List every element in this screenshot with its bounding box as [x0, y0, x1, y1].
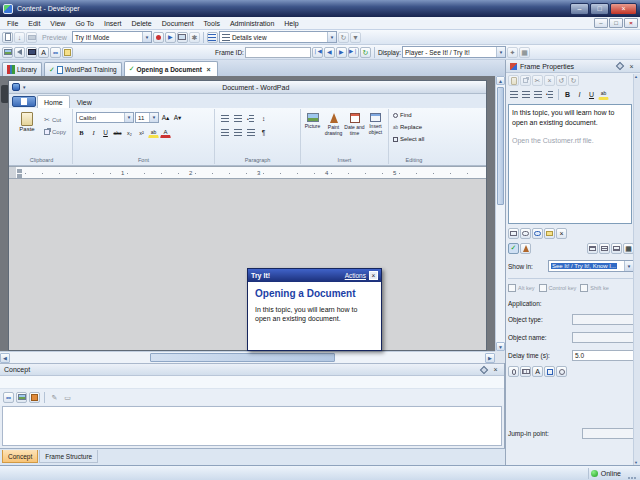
align-center-icon[interactable]: [232, 127, 243, 138]
indent-marker-top[interactable]: [17, 169, 22, 173]
bold-icon[interactable]: B: [76, 127, 87, 138]
select-all-button[interactable]: Select all: [393, 136, 424, 142]
italic-icon[interactable]: I: [88, 127, 99, 138]
control-key-checkbox[interactable]: [539, 284, 547, 292]
bullet-list-icon[interactable]: •: [245, 113, 256, 124]
tab-library[interactable]: Library: [2, 62, 42, 76]
align-center-icon[interactable]: [520, 89, 531, 100]
text-position-middle-icon[interactable]: [599, 243, 610, 254]
ribbon-tab-home[interactable]: Home: [37, 95, 70, 108]
display-dropdown[interactable]: Player - See It! / Try It! ▼: [402, 46, 506, 58]
cut-button[interactable]: ✂Cut: [44, 116, 61, 124]
menu-file[interactable]: File: [2, 20, 23, 27]
bubble-style-icon[interactable]: [520, 243, 531, 254]
find-button[interactable]: Find: [393, 112, 412, 118]
menu-delete[interactable]: Delete: [126, 20, 156, 27]
scroll-right-icon[interactable]: ▶: [485, 353, 495, 363]
close-tab-icon[interactable]: ×: [204, 65, 213, 74]
text-position-top-icon[interactable]: [587, 243, 598, 254]
copy-button[interactable]: Copy: [44, 129, 66, 135]
menu-edit[interactable]: Edit: [23, 20, 45, 27]
highlight-icon[interactable]: ab: [598, 89, 609, 100]
tab-frame-structure[interactable]: Frame Structure: [39, 450, 98, 463]
maximize-button[interactable]: □: [590, 3, 609, 15]
object-name-field[interactable]: [572, 332, 634, 343]
align-right-icon[interactable]: [532, 89, 543, 100]
close-panel-icon[interactable]: ×: [491, 365, 500, 374]
date-and-time-button[interactable]: Date and time: [344, 113, 365, 136]
highlight-color-icon[interactable]: ab: [148, 127, 159, 138]
shift-key-checkbox[interactable]: [580, 284, 588, 292]
note-icon[interactable]: [62, 47, 73, 58]
grid-icon[interactable]: ▦: [519, 47, 530, 58]
scroll-up-icon[interactable]: ▲: [634, 74, 638, 79]
tab-wordpad-training[interactable]: ✓ WordPad Training: [44, 62, 122, 76]
font-color-icon[interactable]: A: [160, 127, 171, 138]
no-callout-icon[interactable]: ×: [556, 228, 567, 239]
menu-document[interactable]: Document: [157, 20, 199, 27]
audio-icon[interactable]: [14, 47, 25, 58]
jump-in-point-field[interactable]: [582, 428, 634, 439]
horizontal-scrollbar[interactable]: ◀ ▶: [0, 351, 495, 363]
resize-grip[interactable]: [634, 477, 636, 479]
bold-icon[interactable]: B: [562, 89, 573, 100]
panel-scrollbar[interactable]: ▲ ▼: [633, 74, 640, 465]
delay-time-field[interactable]: 5.0: [572, 350, 634, 361]
ribbon-tab-view[interactable]: View: [71, 96, 98, 108]
pin-icon[interactable]: [616, 62, 624, 70]
filter-icon[interactable]: ▼: [350, 32, 361, 43]
minimize-button[interactable]: –: [570, 3, 589, 15]
replace-button[interactable]: abReplace: [393, 124, 422, 130]
keyboard-icon[interactable]: [520, 366, 531, 377]
child-restore-button[interactable]: □: [609, 18, 623, 28]
go-to-frame-icon[interactable]: ↻: [360, 47, 371, 58]
paint-drawing-button[interactable]: Paint drawing: [323, 113, 344, 136]
horizontal-scroll-thumb[interactable]: [150, 353, 335, 362]
child-close-button[interactable]: ×: [624, 18, 638, 28]
redo-icon[interactable]: ↻: [568, 75, 579, 86]
text-block-icon[interactable]: A: [38, 47, 49, 58]
strikethrough-icon[interactable]: abc: [112, 127, 123, 138]
list-view-icon[interactable]: [207, 32, 218, 43]
concept-editor[interactable]: [2, 406, 502, 446]
show-in-dropdown[interactable]: See It! / Try It!, Know I... ▼: [548, 260, 634, 272]
player-settings-icon[interactable]: ✦: [507, 47, 518, 58]
indent-marker-bottom[interactable]: [17, 174, 22, 178]
screen-capture-icon[interactable]: [177, 32, 188, 43]
paste-button[interactable]: Paste: [14, 112, 40, 132]
decrease-indent-icon[interactable]: [219, 113, 230, 124]
align-left-icon[interactable]: [219, 127, 230, 138]
align-right-icon[interactable]: [245, 127, 256, 138]
bubble-text-editor[interactable]: In this topic, you will learn how to ope…: [508, 104, 632, 224]
subscript-icon[interactable]: x₂: [124, 127, 135, 138]
bubble-enabled-icon[interactable]: ✓: [508, 243, 519, 254]
paragraph-mark-icon[interactable]: ¶: [258, 127, 269, 138]
menu-view[interactable]: View: [45, 20, 70, 27]
refresh-icon[interactable]: ↻: [338, 32, 349, 43]
bullet-list-icon[interactable]: •: [544, 89, 555, 100]
menu-insert[interactable]: Insert: [99, 20, 127, 27]
next-frame-icon[interactable]: ▶: [336, 47, 347, 58]
edit-pencil-icon[interactable]: ✎: [49, 392, 60, 403]
insert-picture-button[interactable]: Picture: [302, 113, 323, 130]
view-dropdown[interactable]: Details view ▼: [219, 31, 337, 43]
resize-grip[interactable]: [628, 477, 630, 479]
actions-link[interactable]: Actions: [345, 272, 366, 279]
tab-concept[interactable]: Concept: [2, 450, 38, 463]
callout-rectangle-icon[interactable]: [508, 228, 519, 239]
last-frame-icon[interactable]: ▶❘: [348, 47, 359, 58]
copy-icon[interactable]: [520, 75, 531, 86]
vertical-scrollbar[interactable]: ▲ ▼: [495, 76, 505, 351]
tab-opening-a-document[interactable]: ✓ Opening a Document ×: [124, 61, 218, 76]
close-button[interactable]: ×: [610, 3, 637, 15]
previous-frame-icon[interactable]: ◀: [324, 47, 335, 58]
shrink-font-icon[interactable]: A▾: [172, 112, 183, 123]
mode-dropdown[interactable]: Try It! Mode ▼: [72, 31, 152, 43]
undo-icon[interactable]: ↺: [556, 75, 567, 86]
insert-media-icon[interactable]: [29, 392, 40, 403]
insert-image-icon[interactable]: [16, 392, 27, 403]
grow-font-icon[interactable]: A▴: [160, 112, 171, 123]
new-document-icon[interactable]: [2, 32, 13, 43]
increase-indent-icon[interactable]: [232, 113, 243, 124]
alt-key-checkbox[interactable]: [508, 284, 516, 292]
